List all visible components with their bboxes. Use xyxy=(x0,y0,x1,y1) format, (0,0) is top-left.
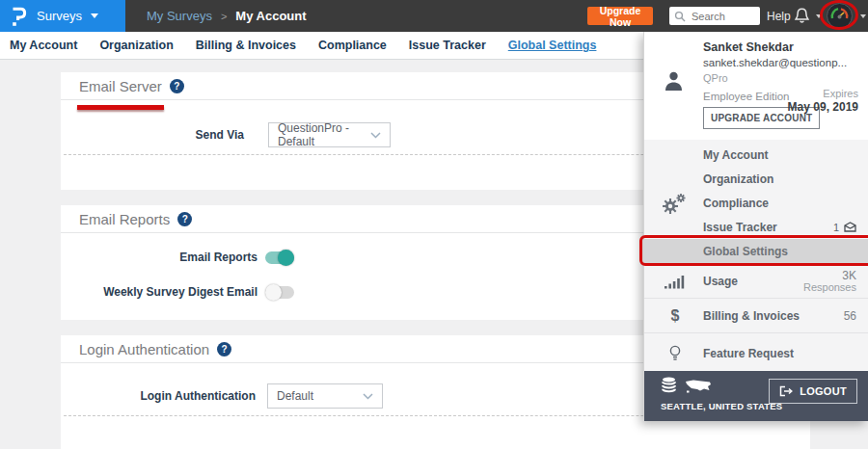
panel-footer: SEATTLE, UNITED STATES LOGOUT xyxy=(644,371,868,421)
user-email: sanket.shekdar@questionp... xyxy=(703,57,847,68)
menu-item-global-settings[interactable]: Global Settings xyxy=(644,239,868,263)
breadcrumb: My Surveys > My Account xyxy=(147,0,307,32)
menu-item-feature-request[interactable]: Feature Request xyxy=(644,332,868,374)
dollar-icon: $ xyxy=(662,307,689,325)
usage-value: 3K Responses xyxy=(803,270,856,293)
bell-chevron-down-icon[interactable] xyxy=(816,14,822,18)
billing-label: Billing & Invoices xyxy=(703,309,800,323)
logout-button[interactable]: LOGOUT xyxy=(769,379,857,404)
breadcrumb-separator: > xyxy=(221,11,227,22)
billing-value: 56 xyxy=(844,310,856,322)
issue-tracker-count: 1 xyxy=(833,222,839,233)
email-reports-help-icon[interactable]: ? xyxy=(177,212,192,226)
tab-billing-invoices[interactable]: Billing & Invoices xyxy=(196,39,296,52)
product-menu-label: Surveys xyxy=(37,9,82,23)
login-authentication-select[interactable]: Default xyxy=(267,383,383,409)
search-box[interactable] xyxy=(669,7,760,25)
gears-icon xyxy=(661,193,687,221)
issue-tracker-badge: 1 xyxy=(833,222,856,233)
send-via-value: QuestionPro - Default xyxy=(278,121,370,148)
menu-item-billing-invoices[interactable]: $ Billing & Invoices 56 xyxy=(644,298,868,332)
login-authentication-help-icon[interactable]: ? xyxy=(217,342,231,357)
select-chevron-icon xyxy=(370,132,381,139)
menu-item-label: Global Settings xyxy=(703,245,788,258)
email-reports-toggle[interactable] xyxy=(265,251,294,264)
email-reports-toggle-label: Email Reports xyxy=(61,251,258,264)
menu-item-label: My Account xyxy=(703,148,769,162)
user-edition: Employee Edition xyxy=(703,91,790,102)
tab-global-settings[interactable]: Global Settings xyxy=(508,39,597,52)
user-info-block: Sanket Shekdar sanket.shekdar@questionp.… xyxy=(644,32,868,140)
breadcrumb-current: My Account xyxy=(235,9,306,23)
menu-item-usage[interactable]: Usage 3K Responses xyxy=(644,263,868,298)
menu-item-label: Compliance xyxy=(703,197,769,210)
tab-my-account[interactable]: My Account xyxy=(10,39,77,52)
menu-item-label: Issue Tracker xyxy=(703,221,777,234)
tab-issue-tracker[interactable]: Issue Tracker xyxy=(409,39,486,52)
usage-unit: Responses xyxy=(803,281,856,293)
feature-request-label: Feature Request xyxy=(703,347,794,360)
weekly-digest-toggle[interactable] xyxy=(265,286,294,299)
search-icon xyxy=(674,11,686,22)
login-authentication-title: Login Authentication xyxy=(79,341,209,357)
menu-item-label: Organization xyxy=(703,172,773,186)
breadcrumb-parent[interactable]: My Surveys xyxy=(147,9,212,23)
login-authentication-label: Login Authentication xyxy=(61,389,256,403)
usa-map-icon xyxy=(685,378,712,395)
billing-count: 56 xyxy=(844,310,856,322)
user-avatar[interactable] xyxy=(827,3,853,29)
user-organization: QPro xyxy=(703,72,728,84)
product-switcher[interactable]: Surveys xyxy=(0,0,125,32)
footer-icons xyxy=(661,377,712,395)
usage-count: 3K xyxy=(803,270,856,281)
avatar-chevron-down-icon[interactable] xyxy=(860,14,866,18)
notifications-bell-icon[interactable] xyxy=(793,7,811,30)
top-header: Surveys My Surveys > My Account Upgrade … xyxy=(0,0,868,32)
expires-label: Expires xyxy=(823,88,858,99)
expires-date: May 09, 2019 xyxy=(788,100,858,114)
help-link[interactable]: Help xyxy=(767,0,791,32)
database-icon xyxy=(661,377,677,395)
toggle-knob xyxy=(265,284,282,301)
email-reports-title: Email Reports xyxy=(79,211,170,227)
send-via-select[interactable]: QuestionPro - Default xyxy=(268,122,391,147)
datacenter-location: SEATTLE, UNITED STATES xyxy=(661,401,782,411)
lightbulb-icon xyxy=(662,345,689,362)
tab-organization[interactable]: Organization xyxy=(99,39,173,52)
person-icon xyxy=(663,70,685,95)
user-name: Sanket Shekdar xyxy=(703,40,794,54)
menu-item-organization[interactable]: Organization xyxy=(644,167,868,191)
weekly-digest-toggle-label: Weekly Survey Digest Email xyxy=(61,285,258,299)
search-input[interactable] xyxy=(690,10,761,23)
questionpro-logo-icon xyxy=(11,6,27,27)
send-via-label: Send Via xyxy=(61,128,244,142)
menu-item-my-account[interactable]: My Account xyxy=(644,143,868,167)
logout-icon xyxy=(779,385,793,397)
chevron-down-icon xyxy=(91,13,98,18)
user-dropdown-panel: Sanket Shekdar sanket.shekdar@questionp.… xyxy=(643,32,868,421)
tab-compliance[interactable]: Compliance xyxy=(318,39,387,52)
email-server-help-icon[interactable]: ? xyxy=(170,79,184,93)
bar-chart-icon xyxy=(662,274,689,289)
upgrade-now-button[interactable]: Upgrade Now xyxy=(587,7,653,25)
login-authentication-value: Default xyxy=(277,389,313,403)
select-chevron-icon xyxy=(363,393,373,400)
toggle-knob xyxy=(278,250,294,266)
usage-label: Usage xyxy=(703,275,738,288)
mailbag-icon xyxy=(844,222,856,232)
logout-label: LOGOUT xyxy=(800,385,847,397)
user-menu-list: My Account Organization Compliance Issue… xyxy=(644,140,868,371)
email-server-title: Email Server xyxy=(79,78,162,94)
